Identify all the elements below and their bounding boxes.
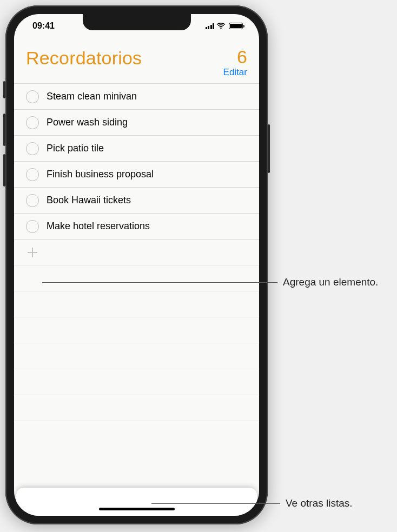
list-item[interactable]: Book Hawaii tickets [14, 187, 259, 213]
circle-icon[interactable] [26, 194, 39, 207]
list-title: Recordatorios [26, 48, 142, 69]
item-count-badge: 6 [237, 48, 247, 66]
plus-icon[interactable] [26, 246, 39, 259]
empty-line [14, 291, 259, 317]
reminders-list: Steam clean minivan Power wash siding Pi… [14, 83, 259, 483]
add-item-row[interactable] [14, 239, 259, 265]
empty-line [14, 395, 259, 421]
list-item[interactable]: Finish business proposal [14, 161, 259, 187]
empty-line [14, 421, 259, 447]
circle-icon[interactable] [26, 168, 39, 181]
list-header: Recordatorios 6 Editar [14, 38, 259, 83]
reminder-text: Power wash siding [47, 117, 128, 128]
empty-line [14, 265, 259, 291]
cellular-signal-icon [206, 23, 215, 29]
phone-frame: 09:41 Recordatorios 6 Editar Steam cl [5, 5, 268, 524]
reminder-text: Make hotel reservations [47, 221, 150, 232]
edit-button[interactable]: Editar [223, 67, 247, 78]
reminder-text: Book Hawaii tickets [47, 195, 131, 206]
wifi-icon [216, 23, 226, 30]
empty-line [14, 369, 259, 395]
empty-line [14, 343, 259, 369]
volume-down-button [3, 154, 5, 187]
circle-icon[interactable] [26, 142, 39, 155]
silence-switch [3, 81, 5, 98]
circle-icon[interactable] [26, 220, 39, 233]
circle-icon[interactable] [26, 116, 39, 129]
list-item[interactable]: Make hotel reservations [14, 213, 259, 239]
annotation-text: Agrega un elemento. [283, 276, 378, 289]
notch [83, 14, 191, 30]
annotation-text: Ve otras listas. [286, 497, 353, 509]
circle-icon[interactable] [26, 90, 39, 103]
status-icons [206, 23, 247, 30]
screen: 09:41 Recordatorios 6 Editar Steam cl [14, 14, 259, 516]
home-indicator[interactable] [99, 508, 175, 510]
reminder-text: Steam clean minivan [47, 91, 137, 102]
status-time: 09:41 [27, 21, 55, 31]
power-button [268, 124, 270, 173]
list-item[interactable]: Steam clean minivan [14, 83, 259, 109]
battery-icon [229, 23, 243, 29]
reminder-text: Finish business proposal [47, 169, 154, 180]
lists-sheet-handle[interactable] [16, 488, 257, 516]
list-item[interactable]: Pick patio tile [14, 135, 259, 161]
list-item[interactable]: Power wash siding [14, 109, 259, 135]
empty-line [14, 317, 259, 343]
volume-up-button [3, 114, 5, 146]
reminder-text: Pick patio tile [47, 143, 104, 154]
